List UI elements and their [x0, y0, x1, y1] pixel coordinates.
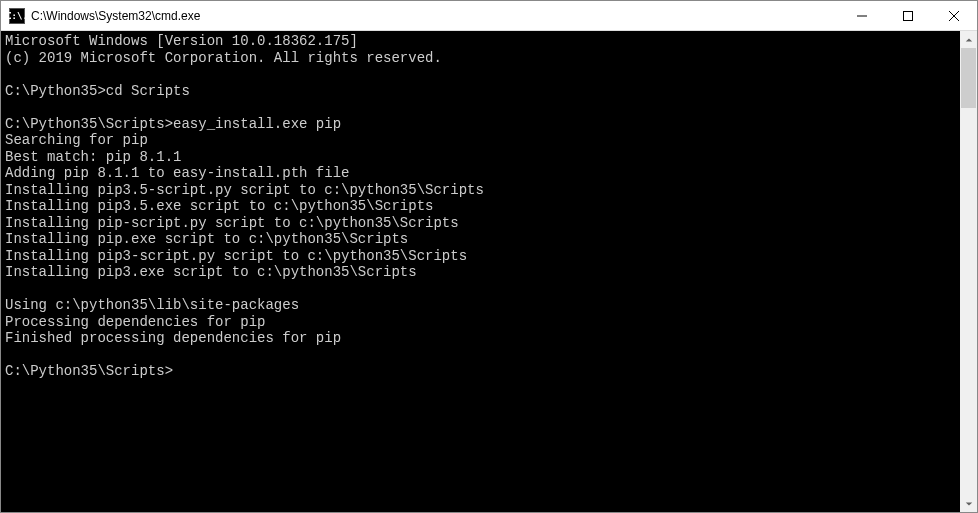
terminal-line: [5, 281, 960, 298]
cmd-icon: C:\.: [9, 8, 25, 24]
chevron-up-icon: [965, 36, 973, 44]
close-button[interactable]: [931, 1, 977, 30]
terminal-line: Searching for pip: [5, 132, 960, 149]
terminal-line: [5, 347, 960, 364]
terminal-line: [5, 66, 960, 83]
terminal-output[interactable]: Microsoft Windows [Version 10.0.18362.17…: [1, 31, 960, 512]
terminal-line: [5, 99, 960, 116]
maximize-button[interactable]: [885, 1, 931, 30]
minimize-icon: [857, 11, 867, 21]
scrollbar-down-arrow[interactable]: [960, 495, 977, 512]
minimize-button[interactable]: [839, 1, 885, 30]
terminal-line: (c) 2019 Microsoft Corporation. All righ…: [5, 50, 960, 67]
terminal-line: Installing pip3.5-script.py script to c:…: [5, 182, 960, 199]
terminal-line: Adding pip 8.1.1 to easy-install.pth fil…: [5, 165, 960, 182]
terminal-line: Installing pip.exe script to c:\python35…: [5, 231, 960, 248]
terminal-line: C:\Python35\Scripts>easy_install.exe pip: [5, 116, 960, 133]
window-title: C:\Windows\System32\cmd.exe: [31, 9, 839, 23]
cmd-window: C:\. C:\Windows\System32\cmd.exe Microso…: [0, 0, 978, 513]
close-icon: [949, 11, 959, 21]
terminal-line: Using c:\python35\lib\site-packages: [5, 297, 960, 314]
chevron-down-icon: [965, 500, 973, 508]
svg-rect-1: [904, 11, 913, 20]
scrollbar-thumb[interactable]: [961, 48, 976, 108]
maximize-icon: [903, 11, 913, 21]
titlebar[interactable]: C:\. C:\Windows\System32\cmd.exe: [1, 1, 977, 31]
terminal-line: Finished processing dependencies for pip: [5, 330, 960, 347]
terminal-line: Installing pip3-script.py script to c:\p…: [5, 248, 960, 265]
terminal-line: Best match: pip 8.1.1: [5, 149, 960, 166]
terminal-line: Processing dependencies for pip: [5, 314, 960, 331]
terminal-line: Installing pip-script.py script to c:\py…: [5, 215, 960, 232]
window-controls: [839, 1, 977, 30]
vertical-scrollbar[interactable]: [960, 31, 977, 512]
terminal-wrapper: Microsoft Windows [Version 10.0.18362.17…: [1, 31, 977, 512]
scrollbar-up-arrow[interactable]: [960, 31, 977, 48]
terminal-line: Installing pip3.exe script to c:\python3…: [5, 264, 960, 281]
terminal-line: C:\Python35\Scripts>: [5, 363, 960, 380]
terminal-line: C:\Python35>cd Scripts: [5, 83, 960, 100]
terminal-line: Microsoft Windows [Version 10.0.18362.17…: [5, 33, 960, 50]
terminal-line: Installing pip3.5.exe script to c:\pytho…: [5, 198, 960, 215]
